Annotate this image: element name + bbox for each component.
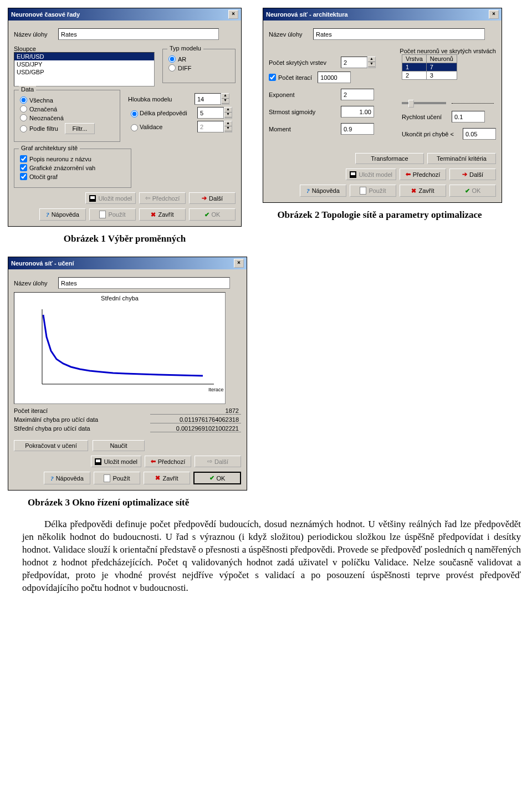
sigm-input[interactable] — [341, 106, 374, 118]
data-legend: Data — [19, 86, 36, 93]
task-input[interactable] — [58, 28, 219, 40]
termination-button[interactable]: Terminační kritéria — [427, 153, 496, 164]
apply-button: Použít — [350, 185, 396, 197]
check-iterations[interactable]: Počet iterací — [269, 71, 396, 83]
doc-icon — [104, 474, 110, 482]
neurons-label: Počet neuronů ve skrytých vrstvách — [269, 48, 496, 54]
dialog-title: Neuronová síť - architektura — [266, 11, 348, 18]
arch-legend: Graf architektury sítě — [19, 145, 80, 151]
iter-label: Počet iterací — [14, 407, 48, 415]
exp-label: Exponent — [269, 91, 341, 98]
columns-label: Sloupce — [14, 45, 155, 52]
validate-label: Validace — [140, 124, 197, 130]
x-icon: ✖ — [155, 474, 160, 482]
task-label: Název úlohy — [14, 280, 58, 287]
ok-button[interactable]: ✔OK — [193, 472, 241, 484]
radio-byfilter[interactable] — [20, 125, 27, 132]
task-input[interactable] — [313, 28, 485, 40]
validate-spinner[interactable]: ▲▼ — [197, 121, 232, 132]
doc-icon — [99, 211, 106, 218]
ok-button: ✔OK — [189, 208, 236, 221]
meanerr-value: 0.00129691021002221 — [150, 425, 241, 432]
save-button: Uložit model — [85, 192, 136, 204]
columns-listbox[interactable]: EUR/USD USD/JPY USD/GBP — [14, 52, 155, 86]
iter-value: 1872 — [150, 407, 241, 415]
forecast-spinner[interactable]: ▲▼ — [197, 107, 232, 119]
list-item[interactable]: EUR/USD — [14, 53, 154, 60]
list-item[interactable]: USD/GBP — [14, 68, 154, 76]
chart-svg: Iterace — [14, 304, 225, 398]
radio-forecast[interactable] — [131, 110, 138, 118]
mom-label: Moment — [269, 126, 341, 132]
close-icon[interactable]: × — [228, 10, 238, 19]
check-neuron-desc[interactable]: Popis neuronu z názvu — [20, 155, 125, 162]
close-icon[interactable]: × — [489, 10, 499, 19]
table-row: 17 — [402, 63, 457, 71]
radio-marked[interactable]: Označená — [20, 105, 114, 113]
caption-3: Obrázek 3 Okno řízení optimalizace sítě — [28, 497, 266, 508]
caption-2: Obrázek 2 Topologie sítě a parametry opt… — [260, 210, 499, 221]
dialog-title: Neuronová síť - učení — [11, 260, 74, 267]
help-icon: ? — [46, 211, 49, 218]
help-icon: ? — [50, 475, 54, 482]
save-icon — [95, 458, 101, 465]
hidden-spinner[interactable]: ▲▼ — [341, 57, 376, 68]
prev-button[interactable]: ⬅Předchozí — [400, 168, 446, 180]
error-chart: Střední chyba Iterace — [14, 292, 226, 404]
check-weight-gfx[interactable]: Grafické znázornění vah — [20, 164, 125, 171]
neurons-table[interactable]: VrstvaNeuronů 17 23 — [402, 54, 457, 80]
exp-input[interactable] — [341, 89, 374, 100]
check-rotate[interactable]: Otočit graf — [20, 173, 125, 180]
task-input[interactable] — [58, 277, 230, 289]
continue-button[interactable]: Pokračovat v učení — [14, 440, 88, 451]
prev-button[interactable]: ⬅Předchozí — [145, 456, 191, 467]
learn-button[interactable]: Naučit — [93, 440, 145, 451]
transform-button[interactable]: Transformace — [355, 153, 424, 164]
sigm-label: Strmost sigmoidy — [269, 109, 341, 115]
task-label: Název úlohy — [269, 31, 313, 38]
x-axis-label: Iterace — [208, 387, 224, 392]
depth-label: Hloubka modelu — [128, 96, 195, 103]
filter-button[interactable]: Filtr... — [65, 123, 95, 134]
check-icon: ✔ — [465, 187, 470, 195]
doc-icon — [360, 187, 366, 195]
help-button[interactable]: ?Nápověda — [300, 185, 346, 197]
close-button[interactable]: ✖Zavřít — [400, 185, 446, 197]
modeltype-legend: Typ modelu — [167, 45, 203, 52]
caption-1: Obrázek 1 Výběr proměnných — [6, 233, 244, 244]
next-button[interactable]: ➔Další — [189, 192, 236, 204]
help-button[interactable]: ?Nápověda — [44, 472, 90, 484]
sigm-slider[interactable] — [402, 102, 446, 104]
close-icon[interactable]: × — [234, 259, 244, 268]
meanerr-label: Střední chyba pro učící data — [14, 425, 90, 432]
radio-validate[interactable] — [131, 124, 138, 131]
radio-ar[interactable]: AR — [168, 55, 229, 63]
table-row: 23 — [402, 71, 457, 80]
close-button[interactable]: ✖Zavřít — [144, 472, 190, 484]
maxerr-label: Maximální chyba pro učící data — [14, 416, 98, 423]
stop-input[interactable] — [463, 128, 496, 140]
hidden-label: Počet skrytých vrstev — [269, 59, 341, 66]
next-button[interactable]: ➔Další — [449, 168, 496, 180]
ok-button: ✔OK — [449, 185, 496, 197]
save-button[interactable]: Uložit model — [91, 456, 141, 467]
mom-input[interactable] — [341, 123, 374, 135]
help-button[interactable]: ?Nápověda — [39, 208, 86, 221]
stop-label: Ukončit pri chybě < — [402, 131, 463, 137]
save-button: Uložit model — [346, 168, 396, 180]
apply-button[interactable]: Použít — [94, 472, 140, 484]
depth-spinner[interactable]: ▲▼ — [195, 93, 229, 105]
iter-input[interactable] — [318, 71, 351, 83]
maxerr-value: 0.0119761764062318 — [150, 416, 241, 423]
lr-input[interactable] — [452, 111, 485, 122]
save-icon — [89, 195, 96, 202]
radio-all[interactable]: Všechna — [20, 96, 114, 104]
radio-unmarked[interactable]: Neoznačená — [20, 114, 114, 121]
help-icon: ? — [306, 187, 310, 194]
check-icon: ✔ — [209, 474, 214, 482]
apply-button: Použít — [89, 208, 136, 221]
x-icon: ✖ — [151, 211, 156, 218]
list-item[interactable]: USD/JPY — [14, 60, 154, 68]
radio-diff[interactable]: DIFF — [168, 64, 229, 71]
close-button[interactable]: ✖Zavřít — [139, 208, 186, 221]
